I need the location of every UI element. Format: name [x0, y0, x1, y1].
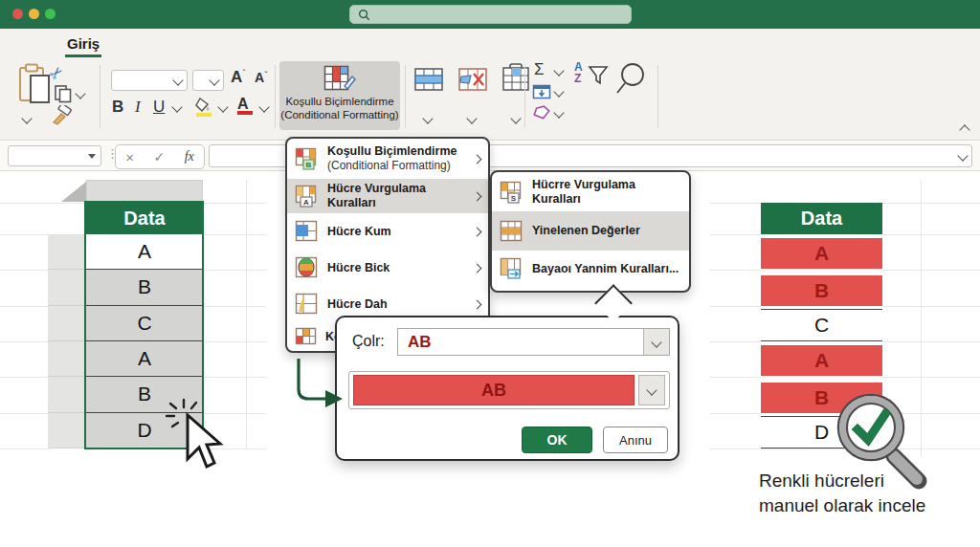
cell[interactable]: A [86, 341, 203, 377]
ribbon-group-separator [100, 65, 100, 128]
dialog-format-combobox[interactable]: AB [348, 371, 670, 409]
dialog-color-label: Çolr: [352, 333, 385, 350]
format-painter-icon[interactable] [50, 105, 73, 126]
svg-text:B: B [306, 161, 312, 169]
name-box-dropdown-arrow [88, 154, 96, 159]
submenu-arrow-icon [473, 191, 482, 201]
highlight-rules-submenu: S Hücrre Vurgulama Kuralları Yinelenen D… [490, 170, 691, 293]
titlebar-search-input[interactable] [349, 5, 632, 24]
cancel-button[interactable]: Anınu [603, 427, 668, 453]
conditional-formatting-label: Koşullu Biçimlendirme (Conditional Forma… [280, 95, 398, 122]
underline-button[interactable]: U [153, 98, 165, 117]
ribbon-tab-row [0, 29, 980, 59]
increase-font-size-button[interactable]: Aˆ [231, 68, 245, 87]
column-header[interactable] [86, 180, 203, 203]
zoom-window-button[interactable] [45, 9, 56, 19]
svg-text:S: S [511, 194, 517, 203]
conditional-formatting-icon [323, 65, 356, 92]
cancel-entry-button[interactable]: × [125, 149, 134, 165]
enter-entry-button[interactable]: ✓ [153, 149, 165, 164]
cell[interactable]: C [761, 309, 882, 341]
icon-sets-icon [295, 293, 320, 316]
submenu-arrow-icon [473, 154, 482, 164]
name-box[interactable] [8, 145, 101, 166]
format-cells-icon[interactable] [501, 63, 530, 92]
cell[interactable]: C [86, 306, 203, 341]
ribbon-group-separator [275, 65, 276, 128]
data-bars-icon [295, 220, 320, 243]
search-icon [358, 9, 370, 21]
clear-eraser-icon[interactable] [532, 105, 551, 120]
submenu-arrow-icon [473, 263, 482, 273]
bold-button[interactable]: B [112, 98, 123, 117]
sort-filter-icon[interactable]: A Z [574, 61, 583, 84]
formula-controls: × ✓ fx [115, 144, 205, 169]
autosum-icon[interactable]: Σ [534, 60, 545, 79]
menu-item-highlight-cells-rules[interactable]: A Hücre Vurgulama Kuralları [287, 179, 488, 213]
select-all-corner[interactable] [61, 182, 86, 202]
color-scales-icon [295, 256, 320, 279]
italic-button[interactable]: I [135, 98, 141, 117]
minimize-window-button[interactable] [29, 9, 39, 19]
submenu-arrow-icon [473, 227, 482, 236]
left-data-header-cell[interactable]: Data [86, 203, 203, 234]
tab-active-underline [65, 55, 101, 57]
submenu-item-more-rules[interactable]: Bayaoı Yannim Kuralları... [492, 251, 689, 287]
find-select-icon[interactable] [614, 61, 647, 98]
flow-arrow-icon [282, 354, 349, 411]
rules-manager-icon [295, 327, 318, 346]
app-window: Giriş ✂ Aˆ Aˇ B I U A [0, 0, 980, 547]
fill-down-icon[interactable] [532, 84, 551, 99]
menu-item-conditional-formatting[interactable]: B Koşullu Biçimlendirme(Conditional Form… [287, 139, 488, 179]
format-preview-red: AB [353, 375, 635, 405]
font-color-icon[interactable]: A [237, 96, 253, 115]
submenu-item-duplicate-values[interactable]: Yinelenen Değerler [492, 211, 689, 251]
ribbon-group-separator [405, 65, 406, 128]
cell[interactable]: B [86, 270, 203, 305]
greater-than-icon: S [500, 181, 524, 204]
menu-item-hucre-kum[interactable]: Hücre Kum [287, 213, 488, 250]
mouse-cursor-icon [165, 390, 224, 474]
titlebar [0, 0, 980, 29]
magnifier-check-icon [825, 387, 935, 497]
combobox-chevron-button[interactable] [643, 329, 669, 355]
row-headers[interactable] [48, 234, 86, 449]
cf-grid-icon: B [295, 147, 320, 170]
highlight-rules-icon: A [295, 185, 320, 208]
ribbon-group-separator [657, 65, 658, 128]
cell[interactable]: A [86, 234, 203, 270]
ribbon-group-separator [524, 65, 525, 128]
copy-icon[interactable] [54, 84, 73, 103]
submenu-item-highlight-rules[interactable]: S Hücrre Vurgulama Kuralları [492, 172, 689, 211]
delete-cells-icon[interactable] [457, 67, 488, 92]
ok-button[interactable]: OK [522, 427, 592, 453]
more-rules-icon [500, 257, 524, 280]
fill-color-icon[interactable] [194, 96, 215, 119]
dialog-value-combobox[interactable]: AB [397, 328, 670, 356]
right-data-header-cell[interactable]: Data [761, 203, 882, 234]
insert-cells-icon[interactable] [413, 67, 444, 92]
font-name-select[interactable] [111, 70, 188, 91]
submenu-arrow-icon [473, 299, 482, 309]
close-window-button[interactable] [12, 9, 23, 19]
menu-item-hucre-bick[interactable]: Hücre Bick [287, 250, 488, 286]
insert-function-button[interactable]: fx [185, 149, 194, 164]
filter-funnel-icon[interactable] [588, 65, 609, 86]
cell[interactable]: B [761, 272, 882, 309]
cell[interactable]: A [761, 234, 882, 272]
cell[interactable]: A [761, 341, 882, 379]
font-size-select[interactable] [192, 70, 224, 91]
decrease-font-size-button[interactable]: Aˇ [255, 70, 267, 85]
svg-text:A: A [303, 198, 309, 207]
conditional-formatting-button[interactable]: Koşullu Biçimlendirme (Conditional Forma… [279, 61, 400, 130]
format-chevron-button[interactable] [638, 375, 665, 405]
tab-home[interactable]: Giriş [67, 35, 100, 52]
duplicate-values-icon [500, 220, 524, 243]
